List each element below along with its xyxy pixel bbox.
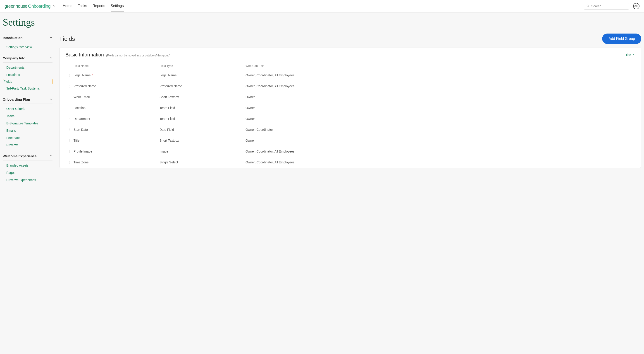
sidebar-group-onboarding-plan[interactable]: Onboarding Plan (3, 95, 52, 104)
sidebar-item-fields-highlight: Fields (3, 79, 52, 84)
nav-reports[interactable]: Reports (92, 0, 105, 12)
avatar[interactable]: GH (633, 3, 640, 9)
fields-table: Field Name Field Type Who Can Edit ⋮⋮Leg… (60, 60, 641, 168)
sidebar-group-label: Introduction (3, 36, 22, 40)
top-nav: greenhouseOnboarding Home Tasks Reports … (0, 0, 644, 13)
cell-field-type: Short Textbox (160, 95, 246, 99)
table-row[interactable]: ⋮⋮LocationTeam FieldOwner (60, 102, 641, 113)
search-input[interactable] (591, 4, 626, 8)
table-row[interactable]: ⋮⋮Time ZoneSingle SelectOwner, Coordinat… (60, 157, 641, 168)
sidebar-item-fields[interactable]: Fields (4, 80, 52, 83)
panel-header: Basic Information (Fields cannot be move… (60, 48, 641, 60)
main-content: Fields Add Field Group Basic Information… (59, 33, 641, 186)
sidebar-item-emails[interactable]: Emails (3, 127, 52, 134)
cell-who-can-edit: Owner (246, 95, 635, 99)
cell-who-can-edit: Owner, Coordinator (246, 128, 635, 131)
chevron-up-icon (49, 154, 52, 158)
svg-line-1 (588, 6, 589, 7)
sidebar-item-locations[interactable]: Locations (3, 71, 52, 78)
drag-handle-icon[interactable]: ⋮⋮ (66, 139, 71, 142)
logo-part2: Onboarding (28, 4, 51, 9)
sidebar-group-introduction[interactable]: Introduction (3, 33, 52, 42)
table-row[interactable]: ⋮⋮Work EmailShort TextboxOwner (60, 92, 641, 102)
page-body: Settings Introduction Settings Overview … (0, 13, 644, 354)
table-row[interactable]: ⋮⋮TitleShort TextboxOwner (60, 135, 641, 146)
table-header: Field Name Field Type Who Can Edit (60, 60, 641, 70)
hide-toggle[interactable]: Hide (624, 53, 635, 57)
cell-field-name: Department (74, 117, 160, 121)
nav-home[interactable]: Home (63, 0, 72, 12)
nav-tasks[interactable]: Tasks (78, 0, 87, 12)
sidebar-item-preview[interactable]: Preview (3, 141, 52, 149)
logo[interactable]: greenhouseOnboarding (4, 4, 56, 9)
cell-field-name: Start Date (74, 128, 160, 131)
cell-field-name: Title (74, 139, 160, 142)
column-field-name: Field Name (74, 64, 160, 68)
drag-handle-icon[interactable]: ⋮⋮ (66, 149, 71, 153)
svg-point-0 (587, 5, 588, 7)
cell-who-can-edit: Owner, Coordinator, All Employees (246, 160, 635, 164)
avatar-initials: GH (634, 5, 638, 8)
cell-field-type: Team Field (160, 117, 246, 121)
search-box[interactable] (584, 3, 629, 10)
table-row[interactable]: ⋮⋮Preferred NamePreferred NameOwner, Coo… (60, 81, 641, 92)
chevron-up-icon (49, 56, 52, 60)
logo-part1: greenhouse (4, 4, 28, 9)
cell-field-type: Short Textbox (160, 139, 246, 142)
table-row[interactable]: ⋮⋮Start DateDate FieldOwner, Coordinator (60, 124, 641, 135)
sidebar-group-company-info[interactable]: Company Info (3, 54, 52, 63)
sidebar-item-departments[interactable]: Departments (3, 64, 52, 71)
drag-handle-icon[interactable]: ⋮⋮ (66, 106, 71, 110)
sidebar-item-third-party-tasks[interactable]: 3rd-Party Task Systems (3, 85, 52, 92)
cell-field-name: Legal Name * (74, 73, 160, 77)
nav-links: Home Tasks Reports Settings (63, 0, 124, 12)
drag-handle-icon[interactable]: ⋮⋮ (66, 84, 71, 88)
sidebar-item-pages[interactable]: Pages (3, 169, 52, 176)
chevron-up-icon (49, 97, 52, 101)
sidebar-group-welcome-experience[interactable]: Welcome Experience (3, 151, 52, 160)
sidebar-item-esignature-templates[interactable]: E-Signature Templates (3, 120, 52, 127)
sidebar-item-preview-experiences[interactable]: Preview Experiences (3, 176, 52, 184)
hide-label: Hide (624, 53, 631, 57)
sidebar-item-tasks[interactable]: Tasks (3, 112, 52, 120)
cell-who-can-edit: Owner, Coordinator, All Employees (246, 84, 635, 88)
content-wrap: Introduction Settings Overview Company I… (0, 33, 644, 186)
column-field-type: Field Type (160, 64, 246, 68)
nav-settings[interactable]: Settings (111, 0, 124, 12)
sidebar: Introduction Settings Overview Company I… (3, 33, 52, 186)
cell-field-name: Time Zone (74, 160, 160, 164)
cell-who-can-edit: Owner, Coordinator, All Employees (246, 149, 635, 153)
chevron-down-icon[interactable] (53, 4, 56, 8)
cell-field-type: Legal Name (160, 73, 246, 77)
drag-handle-icon[interactable]: ⋮⋮ (66, 128, 71, 131)
panel-note: (Fields cannot be moved into or outside … (106, 54, 170, 57)
cell-field-type: Team Field (160, 106, 246, 110)
table-row[interactable]: ⋮⋮DepartmentTeam FieldOwner (60, 113, 641, 124)
main-header: Fields Add Field Group (59, 33, 641, 44)
nav-right: GH (584, 3, 640, 10)
table-row[interactable]: ⋮⋮Profile ImageImageOwner, Coordinator, … (60, 146, 641, 157)
search-icon (586, 4, 590, 8)
cell-who-can-edit: Owner, Coordinator, All Employees (246, 73, 635, 77)
sidebar-item-feedback[interactable]: Feedback (3, 134, 52, 141)
cell-field-name: Work Email (74, 95, 160, 99)
sidebar-group-label: Welcome Experience (3, 154, 37, 158)
drag-handle-icon[interactable]: ⋮⋮ (66, 160, 71, 164)
cell-who-can-edit: Owner (246, 139, 635, 142)
cell-field-type: Single Select (160, 160, 246, 164)
drag-handle-icon[interactable]: ⋮⋮ (66, 73, 71, 77)
cell-field-name: Location (74, 106, 160, 110)
cell-who-can-edit: Owner (246, 117, 635, 121)
cell-field-type: Image (160, 149, 246, 153)
chevron-up-icon (49, 36, 52, 40)
drag-handle-icon[interactable]: ⋮⋮ (66, 95, 71, 99)
sidebar-item-other-criteria[interactable]: Other Criteria (3, 105, 52, 112)
cell-who-can-edit: Owner (246, 106, 635, 110)
drag-handle-icon[interactable]: ⋮⋮ (66, 117, 71, 121)
sidebar-group-label: Onboarding Plan (3, 97, 30, 101)
page-title: Settings (0, 13, 644, 33)
sidebar-item-branded-assets[interactable]: Branded Assets (3, 162, 52, 169)
add-field-group-button[interactable]: Add Field Group (602, 34, 641, 44)
sidebar-item-settings-overview[interactable]: Settings Overview (3, 44, 52, 51)
table-row[interactable]: ⋮⋮Legal Name *Legal NameOwner, Coordinat… (60, 70, 641, 81)
